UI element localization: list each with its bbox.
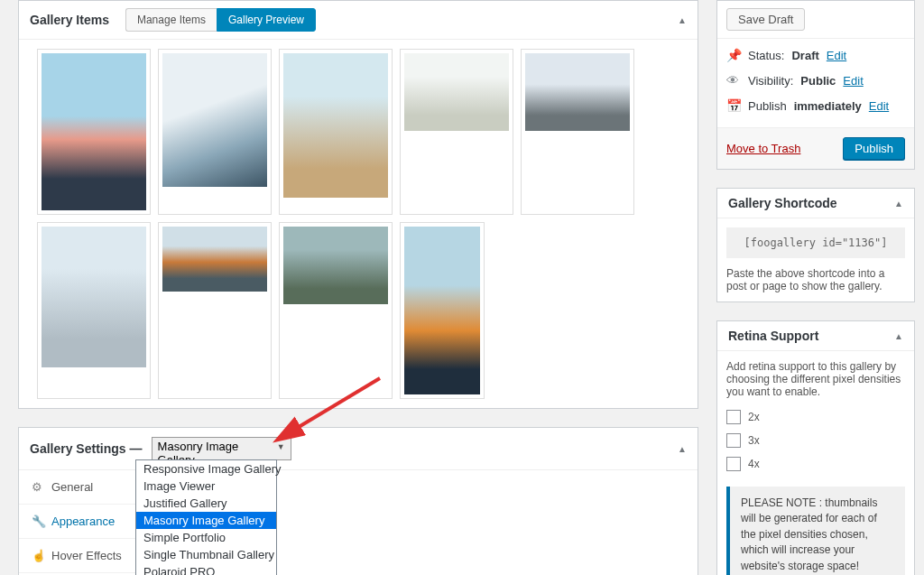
gallery-template-dropdown[interactable]: Responsive Image Gallery Image Viewer Ju… [135, 459, 277, 575]
gallery-thumb[interactable] [37, 222, 151, 399]
move-to-trash-link[interactable]: Move to Trash [726, 142, 800, 155]
checkbox-icon [726, 433, 741, 448]
retina-option[interactable]: 3x [726, 429, 905, 452]
save-draft-button[interactable]: Save Draft [726, 8, 805, 31]
checkbox-icon [726, 410, 741, 424]
tab-gallery-preview[interactable]: Gallery Preview [217, 8, 316, 32]
retina-option[interactable]: 4x [726, 452, 905, 476]
retina-help: Add retina support to this gallery by ch… [726, 360, 905, 398]
gallery-items-header: Gallery Items Manage Items Gallery Previ… [19, 1, 698, 40]
publish-meta: 📌 Status: Draft Edit 👁 Visibility: Publi… [717, 39, 914, 127]
dropdown-option[interactable]: Responsive Image Gallery [136, 460, 276, 478]
wrench-icon: 🔧 [32, 515, 44, 528]
dropdown-option[interactable]: Single Thumbnail Gallery [136, 546, 276, 563]
retina-metabox: Retina Support ▲ Add retina support to t… [716, 320, 915, 575]
toggle-icon[interactable]: ▲ [894, 331, 903, 341]
gallery-items-title: Gallery Items [30, 13, 109, 27]
schedule-label: Publish [748, 99, 787, 113]
edit-visibility-link[interactable]: Edit [843, 74, 863, 88]
gallery-thumb[interactable] [400, 49, 513, 215]
toggle-icon[interactable]: ▲ [678, 15, 687, 25]
shortcode-help: Paste the above shortcode into a post or… [726, 267, 905, 292]
dropdown-option[interactable]: Simple Portfolio [136, 529, 276, 546]
pointer-icon: ☝ [32, 549, 44, 562]
gallery-preview-body [19, 40, 698, 408]
publish-button[interactable]: Publish [843, 137, 905, 160]
settings-nav-appearance[interactable]: 🔧Appearance [19, 505, 153, 539]
gallery-items-tabs: Manage Items Gallery Preview [125, 8, 316, 32]
status-value: Draft [791, 49, 818, 62]
checkbox-icon [726, 457, 741, 471]
settings-nav-hover[interactable]: ☝Hover Effects [19, 539, 153, 573]
gallery-settings-metabox: Gallery Settings — Masonry Image Gallery… [18, 427, 698, 575]
retina-option-label: 4x [748, 458, 760, 470]
tab-manage-items[interactable]: Manage Items [125, 8, 217, 32]
dropdown-option[interactable]: Justified Gallery [136, 495, 276, 512]
shortcode-code[interactable]: [foogallery id="1136"] [726, 227, 905, 258]
nav-label: General [51, 480, 93, 494]
gallery-thumb[interactable] [158, 49, 272, 215]
publish-actions: Save Draft [717, 1, 914, 39]
status-label: Status: [748, 49, 784, 62]
edit-status-link[interactable]: Edit [827, 49, 846, 62]
gallery-settings-header: Gallery Settings — Masonry Image Gallery… [19, 428, 698, 470]
dropdown-option[interactable]: Image Viewer [136, 478, 276, 495]
shortcode-metabox: Gallery Shortcode ▲ [foogallery id="1136… [716, 188, 915, 302]
title-dash: — [130, 441, 143, 456]
toggle-icon[interactable]: ▲ [678, 444, 687, 454]
shortcode-title: Gallery Shortcode [728, 196, 837, 210]
retina-option-label: 2x [748, 411, 760, 423]
toggle-icon[interactable]: ▲ [894, 199, 903, 209]
gear-icon: ⚙ [32, 480, 44, 494]
gallery-thumb[interactable] [279, 222, 393, 399]
visibility-value: Public [800, 74, 836, 88]
retina-notice: PLEASE NOTE : thumbnails will be generat… [726, 487, 905, 575]
gallery-thumb[interactable] [37, 49, 151, 215]
retina-option[interactable]: 2x [726, 405, 905, 429]
nav-label: Hover Effects [51, 549, 122, 562]
retina-title: Retina Support [728, 329, 818, 343]
gallery-template-select[interactable]: Masonry Image Gallery [152, 437, 291, 460]
visibility-label: Visibility: [748, 74, 793, 88]
pin-icon: 📌 [726, 48, 741, 62]
edit-schedule-link[interactable]: Edit [869, 99, 889, 113]
publish-metabox: Save Draft 📌 Status: Draft Edit 👁 Visibi… [716, 0, 915, 170]
schedule-value: immediately [794, 99, 862, 113]
dropdown-option[interactable]: Polaroid PRO [136, 563, 276, 575]
retina-option-label: 3x [748, 434, 760, 447]
gallery-settings-title: Gallery Settings [30, 441, 126, 456]
gallery-items-metabox: Gallery Items Manage Items Gallery Previ… [18, 0, 698, 409]
gallery-thumb[interactable] [279, 49, 393, 215]
gallery-thumb[interactable] [400, 222, 485, 399]
calendar-icon: 📅 [726, 98, 741, 113]
settings-nav: ⚙General 🔧Appearance ☝Hover Effects 💬Cap… [19, 470, 154, 575]
eye-icon: 👁 [726, 73, 741, 88]
nav-label: Appearance [51, 515, 115, 528]
dropdown-option-selected[interactable]: Masonry Image Gallery [136, 512, 276, 529]
gallery-thumb[interactable] [158, 222, 272, 399]
gallery-thumb[interactable] [521, 49, 634, 215]
settings-nav-general[interactable]: ⚙General [19, 470, 153, 505]
